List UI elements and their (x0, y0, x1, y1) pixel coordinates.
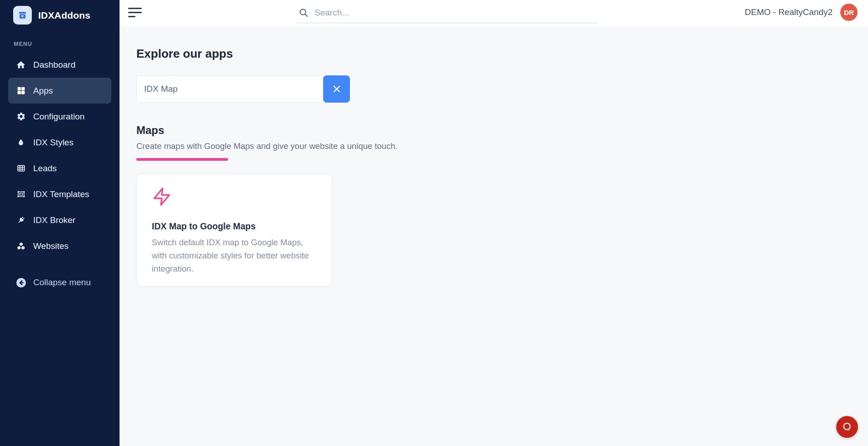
content-area: DEMO - RealtyCandy2 DR Explore our apps … (120, 0, 868, 446)
sidebar-nav: Dashboard Apps Configuration (8, 52, 111, 259)
app-filter-input[interactable] (136, 75, 327, 103)
app-card-idx-map-to-google-maps[interactable]: IDX Map to Google Maps Switch default ID… (136, 174, 332, 287)
gear-icon (15, 111, 26, 122)
app-card-description: Switch default IDX map to Google Maps, w… (152, 236, 319, 275)
brand: IDXAddons (0, 0, 120, 25)
collapse-menu-label: Collapse menu (33, 278, 91, 287)
sidebar-item-label: Apps (33, 86, 53, 96)
chat-bubble-icon (841, 421, 853, 433)
app-card-title: IDX Map to Google Maps (152, 221, 319, 232)
topbar: DEMO - RealtyCandy2 DR (120, 0, 868, 26)
plug-icon (15, 215, 26, 226)
menu-toggle-button[interactable] (128, 8, 142, 17)
sidebar-item-apps[interactable]: Apps (8, 78, 111, 104)
collapse-menu-button[interactable]: Collapse menu (8, 270, 111, 295)
global-search (297, 0, 598, 23)
account-name: DEMO - RealtyCandy2 (745, 7, 833, 17)
sidebar-item-idx-templates[interactable]: IDX Templates (8, 181, 111, 207)
lightning-bolt-icon (152, 186, 172, 207)
category-section: Maps Create maps with Google Maps and gi… (136, 124, 868, 161)
home-icon (15, 59, 26, 70)
collapse-arrow-icon (15, 277, 26, 288)
cubes-icon (15, 241, 26, 252)
global-search-input[interactable] (314, 8, 598, 18)
close-icon (332, 84, 341, 94)
sidebar-item-idx-styles[interactable]: IDX Styles (8, 129, 111, 155)
brand-name: IDXAddons (38, 10, 90, 21)
sidebar: IDXAddons MENU Dashboard Apps (0, 0, 120, 446)
sidebar-item-idx-broker[interactable]: IDX Broker (8, 207, 111, 233)
sidebar-item-label: Leads (33, 164, 57, 173)
main-page: Explore our apps Maps Create maps with G… (120, 26, 868, 287)
avatar[interactable]: DR (840, 4, 858, 21)
table-icon (15, 163, 26, 174)
clear-filter-button[interactable] (323, 75, 350, 103)
sidebar-item-dashboard[interactable]: Dashboard (8, 52, 111, 78)
object-group-icon (15, 189, 26, 200)
category-description: Create maps with Google Maps and give yo… (136, 141, 868, 151)
search-icon (298, 7, 309, 18)
sidebar-item-label: Dashboard (33, 60, 75, 70)
category-accent-bar (136, 158, 228, 161)
app-root: IDXAddons MENU Dashboard Apps (0, 0, 868, 446)
category-title: Maps (136, 124, 868, 137)
sidebar-item-label: Websites (33, 241, 69, 251)
account-area: DEMO - RealtyCandy2 DR (745, 4, 858, 21)
sidebar-item-websites[interactable]: Websites (8, 233, 111, 259)
app-filter (136, 75, 868, 103)
sidebar-item-label: IDX Styles (33, 138, 74, 148)
app-logo-icon (13, 6, 32, 25)
droplet-icon (15, 137, 26, 148)
sidebar-item-configuration[interactable]: Configuration (8, 104, 111, 129)
menu-section-label: MENU (14, 41, 120, 47)
page-title: Explore our apps (136, 47, 868, 61)
grid-icon (15, 85, 26, 96)
chat-fab-button[interactable] (836, 416, 858, 438)
sidebar-item-leads[interactable]: Leads (8, 155, 111, 181)
sidebar-item-label: IDX Broker (33, 215, 75, 225)
sidebar-item-label: IDX Templates (33, 189, 89, 199)
sidebar-item-label: Configuration (33, 112, 85, 122)
